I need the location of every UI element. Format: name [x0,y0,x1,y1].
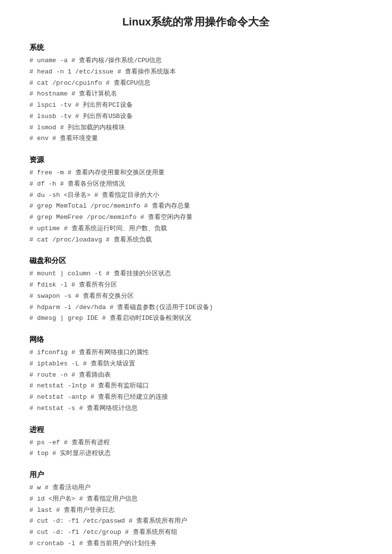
section-title-resources: 资源 [29,155,363,165]
command-line: # top # 实时显示进程状态 [29,448,363,459]
command-line: # cut -d: -f1 /etc/group # 查看系统所有组 [29,527,363,538]
command-line: # lspci -tv # 列出所有PCI设备 [29,100,363,111]
command-line: # ps -ef # 查看所有进程 [29,437,363,449]
command-line: # dmesg | grep IDE # 查看启动时IDE设备检测状况 [29,313,363,324]
command-line: # netstat -s # 查看网络统计信息 [29,403,363,414]
section-network: 网络# ifconfig # 查看所有网络接口的属性# iptables -L … [29,335,363,414]
command-line: # w # 查看活动用户 [29,482,363,494]
command-block-resources: # free -m # 查看内存使用量和交换区使用量# df -h # 查看各分… [29,168,363,245]
command-block-system: # uname -a # 查看内核/操作系统/CPU信息# head -n 1 … [29,55,363,145]
command-line: # iptables -L # 查看防火墙设置 [29,359,363,370]
command-line: # head -n 1 /etc/issue # 查看操作系统版本 [29,67,363,78]
command-line: # netstat -lntp # 查看所有监听端口 [29,381,363,392]
section-system: 系统# uname -a # 查看内核/操作系统/CPU信息# head -n … [29,43,363,145]
command-line: # crontab -l # 查看当前用户的计划任务 [29,538,363,550]
command-line: # env # 查看环境变量 [29,133,363,145]
command-line: # cut -d: -f1 /etc/passwd # 查看系统所有用户 [29,516,363,527]
command-line: # netstat -antp # 查看所有已经建立的连接 [29,392,363,403]
section-title-process: 进程 [29,425,363,434]
command-block-disk-partitions: # mount | column -t # 查看挂接的分区状态# fdisk -… [29,268,363,324]
command-line: # cat /proc/loadavg # 查看系统负载 [29,235,363,246]
command-line: # uptime # 查看系统运行时间、用户数、负载 [29,223,363,235]
command-line: # hostname # 查看计算机名 [29,89,363,100]
section-title-disk-partitions: 磁盘和分区 [29,256,363,265]
command-line: # grep MemTotal /proc/meminfo # 查看内存总量 [29,201,363,212]
command-line: # hdparm -i /dev/hda # 查看磁盘参数(仅适用于IDE设备) [29,302,363,313]
command-line: # uname -a # 查看内核/操作系统/CPU信息 [29,55,363,67]
section-process: 进程# ps -ef # 查看所有进程# top # 实时显示进程状态 [29,425,363,460]
section-title-users: 用户 [29,470,363,480]
command-line: # route -n # 查看路由表 [29,370,363,381]
command-line: # ifconfig # 查看所有网络接口的属性 [29,347,363,359]
section-disk-partitions: 磁盘和分区# mount | column -t # 查看挂接的分区状态# fd… [29,256,363,324]
command-line: # fdisk -l # 查看所有分区 [29,280,363,291]
command-line: # grep MemFree /proc/meminfo # 查看空闲内存量 [29,212,363,223]
section-resources: 资源# free -m # 查看内存使用量和交换区使用量# df -h # 查看… [29,155,363,245]
command-line: # swapon -s # 查看所有交换分区 [29,291,363,302]
command-block-network: # ifconfig # 查看所有网络接口的属性# iptables -L # … [29,347,363,414]
command-line: # cat /proc/cpuinfo # 查看CPU信息 [29,78,363,89]
command-line: # last # 查看用户登录日志 [29,505,363,516]
command-line: # mount | column -t # 查看挂接的分区状态 [29,268,363,280]
command-block-users: # w # 查看活动用户# id <用户名> # 查看指定用户信息# last … [29,482,363,550]
command-line: # lsmod # 列出加载的内核模块 [29,122,363,134]
command-line: # id <用户名> # 查看指定用户信息 [29,494,363,505]
section-users: 用户# w # 查看活动用户# id <用户名> # 查看指定用户信息# las… [29,470,363,550]
command-line: # free -m # 查看内存使用量和交换区使用量 [29,168,363,179]
section-title-system: 系统 [29,43,363,52]
command-line: # du -sh <目录名> # 查看指定目录的大小 [29,190,363,201]
command-line: # lsusb -tv # 列出所有USB设备 [29,111,363,122]
command-line: # df -h # 查看各分区使用情况 [29,179,363,190]
section-title-network: 网络 [29,335,363,344]
command-block-process: # ps -ef # 查看所有进程# top # 实时显示进程状态 [29,437,363,460]
page-title: Linux系统的常用操作命令大全 [29,15,363,29]
